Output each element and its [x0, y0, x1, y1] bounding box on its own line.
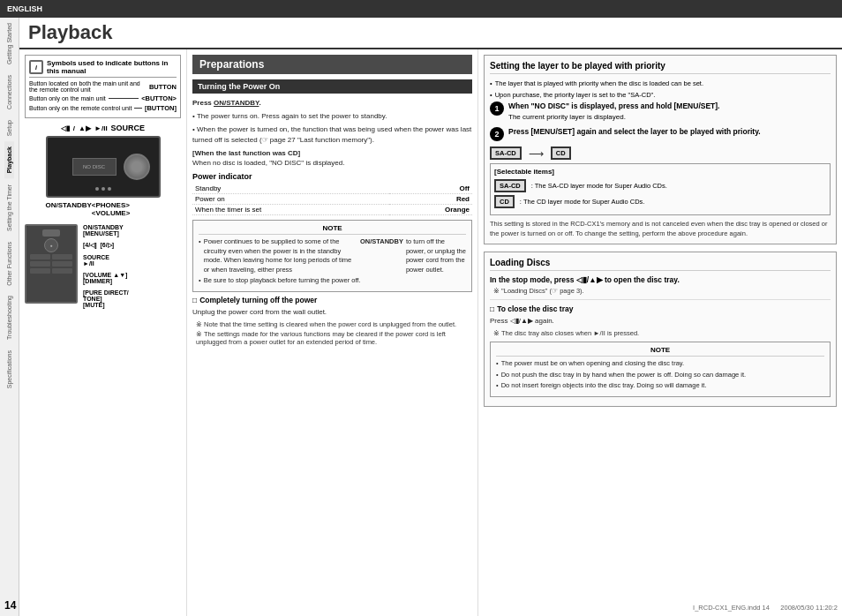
symbol-row-desc-2: Button only on the main unit	[29, 95, 106, 101]
middle-panel: Preparations Turning the Power On Press …	[187, 49, 478, 616]
selectable-title: [Selectable items]	[494, 168, 826, 176]
section-header-preparations: Preparations	[192, 55, 472, 74]
language-label: ENGLISH	[7, 4, 42, 13]
close-disc-tray-title: To close the disc tray	[490, 304, 831, 313]
loading-note-text: The power must be on when opening and cl…	[496, 359, 824, 391]
power-on-cmd: Press ON/STANDBY.	[192, 98, 472, 108]
phones-volume-label: <PHONES> <VOLUME>	[92, 201, 161, 217]
note-star-1: ※ Note that the time setting is cleared …	[192, 320, 472, 328]
page-title-bar: Playback	[19, 18, 842, 49]
symbol-row-2: Button only on the main unit <BUTTON>	[29, 94, 177, 102]
sidebar-item-connections[interactable]: Connections	[4, 70, 14, 115]
info-note: This setting is stored in the RCD-CX1's …	[490, 220, 831, 238]
power-on-bullet-2: • When the power is turned on, the funct…	[192, 124, 472, 144]
step-2: 2 Press [MENU/SET] again and select the …	[490, 127, 831, 141]
close-disc-tray-text: Press ◁▮/▲▶ again.	[490, 316, 831, 326]
arrow-sa-cd: SA-CD	[490, 146, 522, 160]
source-label: SOURCE	[111, 124, 146, 132]
sidebar-item-setup[interactable]: Setup	[4, 115, 14, 141]
sidebar-item-timer[interactable]: Setting the Timer	[4, 179, 14, 237]
device-image: NO DISC	[46, 136, 161, 198]
disc-tray-also-closes: ※ The disc tray also closes when ►/II is…	[490, 329, 831, 337]
loading-note-box: NOTE The power must be on when opening a…	[490, 342, 831, 397]
selectable-tag-cd: CD	[494, 195, 515, 208]
power-row-timer: When the timer is set Orange	[192, 205, 472, 215]
ctrl-sep: /	[73, 124, 75, 132]
loading-section-title: Loading Discs	[490, 258, 831, 271]
sidebar-item-other[interactable]: Other Functions	[4, 237, 14, 291]
sidebar-item-specifications[interactable]: Specifications	[4, 345, 14, 394]
loading-note-3: Do not insert foreign objects into the d…	[496, 381, 824, 391]
symbol-right-2: <BUTTON>	[141, 94, 177, 102]
step-number-2: 2	[490, 127, 504, 141]
power-on-bracket: [When the last function was CD] When no …	[192, 148, 472, 168]
ctrl-icon-1: ◁▮	[61, 124, 70, 132]
symbol-right-1: BUTTON	[149, 83, 177, 91]
sidebar: Getting Started Connections Setup Playba…	[0, 18, 19, 616]
note-item-2: Be sure to stop playback before turning …	[199, 276, 466, 286]
loading-note-1: The power must be on when opening and cl…	[496, 359, 824, 369]
on-standby-menu-label: ON/STANDBY[MENU/SET]	[83, 224, 181, 237]
loading-section: Loading Discs In the stop mode, press ◁▮…	[484, 252, 837, 407]
symbols-box-title: i Symbols used to indicate buttons in th…	[29, 59, 177, 78]
arrow-cd: CD	[551, 146, 571, 160]
divider-1	[490, 299, 831, 300]
priority-bullet-1: The layer that is played with priority w…	[490, 79, 831, 89]
sidebar-item-playback[interactable]: Playback	[4, 141, 14, 178]
remote-device: ●	[25, 224, 78, 304]
source-play-label: SOURCE►/II	[83, 254, 181, 267]
page-title: Playback	[28, 21, 112, 44]
sidebar-item-getting-started[interactable]: Getting Started	[4, 18, 14, 70]
priority-section: Setting the layer to be played with prio…	[484, 55, 837, 244]
selectable-desc-sacd: : The SA-CD layer mode for Super Audio C…	[531, 182, 667, 190]
selectable-box: [Selectable items] SA-CD : The SA-CD lay…	[490, 163, 831, 215]
ctrl-icon-2: ▲▶	[79, 124, 91, 132]
on-standby-label: ON/STANDBY	[46, 201, 92, 217]
power-on-bullet-1: • The power turns on. Press again to set…	[192, 111, 472, 121]
symbol-row-desc-1: Button located on both the main unit and…	[29, 80, 144, 93]
content-layout: i Symbols used to indicate buttons in th…	[19, 49, 842, 616]
ctrl-icon-3: ►/II	[94, 124, 108, 132]
device-disk	[124, 154, 150, 180]
step-number-1: 1	[490, 101, 504, 116]
device-area: ◁▮ / ▲▶ ►/II SOURCE NO DISC	[25, 124, 181, 308]
symbol-row-desc-3: Button only on the remote control unit	[29, 105, 132, 111]
step-content-1: When "NO DISC" is displayed, press and h…	[508, 101, 831, 122]
symbol-icon: i	[29, 60, 43, 74]
step-1: 1 When "NO DISC" is displayed, press and…	[490, 101, 831, 122]
nav-labels: [4/◁] [6/▷]	[83, 242, 181, 249]
step-content-2: Press [MENU/SET] again and select the la…	[508, 127, 831, 138]
priority-bullet-2: Upon purchase, the priority layer is set…	[490, 91, 831, 101]
power-row-on: Power on Red	[192, 194, 472, 205]
volume-dimmer-label: [VOLUME ▲▼][DIMMER]	[83, 272, 181, 284]
note-item-1: Power continues to be supplied to some o…	[199, 237, 466, 274]
selectable-row-cd: CD : The CD layer mode for Super Audio C…	[494, 195, 826, 208]
completely-off-text: Unplug the power cord from the wall outl…	[192, 307, 472, 317]
selectable-row-sacd: SA-CD : The SA-CD layer mode for Super A…	[494, 179, 826, 192]
selectable-tag-sacd: SA-CD	[494, 179, 526, 192]
arrow-icon: ⟶	[529, 147, 544, 160]
symbol-row-3: Button only on the remote control unit […	[29, 104, 177, 112]
symbols-box: i Symbols used to indicate buttons in th…	[25, 55, 181, 118]
labels-right: ON/STANDBY[MENU/SET] [4/◁] [6/▷] SOURCE►…	[83, 224, 181, 308]
symbol-row-1: Button located on both the main unit and…	[29, 80, 177, 93]
arrow-row: SA-CD ⟶ CD	[490, 146, 831, 160]
power-table: Standby Off Power on Red When the timer …	[192, 184, 472, 215]
sidebar-item-troubleshooting[interactable]: Troubleshooting	[4, 290, 14, 345]
symbols-box-label: Symbols used to indicate buttons in this…	[47, 59, 177, 75]
main-content: Playback i Symbols used to indicate butt…	[19, 18, 842, 616]
page-date: I_RCD-CX1_ENG.indd 14 2008/05/30 11:20:2	[693, 604, 838, 612]
loading-note-star: ※ "Loading Discs" (☞ page 3).	[490, 287, 831, 295]
loading-note-title: NOTE	[496, 346, 824, 357]
top-bar: ENGLISH	[0, 0, 842, 18]
subsection-turning-power-on: Turning the Power On	[192, 79, 472, 94]
nav-right-label: [6/▷]	[101, 242, 115, 249]
page-number: 14	[4, 599, 16, 612]
completely-off-title: Completely turning off the power	[192, 296, 472, 304]
note-star-2: ※ The settings made for the various func…	[192, 330, 472, 346]
selectable-desc-cd: : The CD layer mode for Super Audio CDs.	[520, 198, 645, 206]
power-row-standby: Standby Off	[192, 184, 472, 194]
nav-left-label: [4/◁]	[83, 242, 97, 249]
symbol-right-3: [BUTTON]	[145, 104, 177, 112]
priority-section-title: Setting the layer to be played with prio…	[490, 61, 831, 74]
